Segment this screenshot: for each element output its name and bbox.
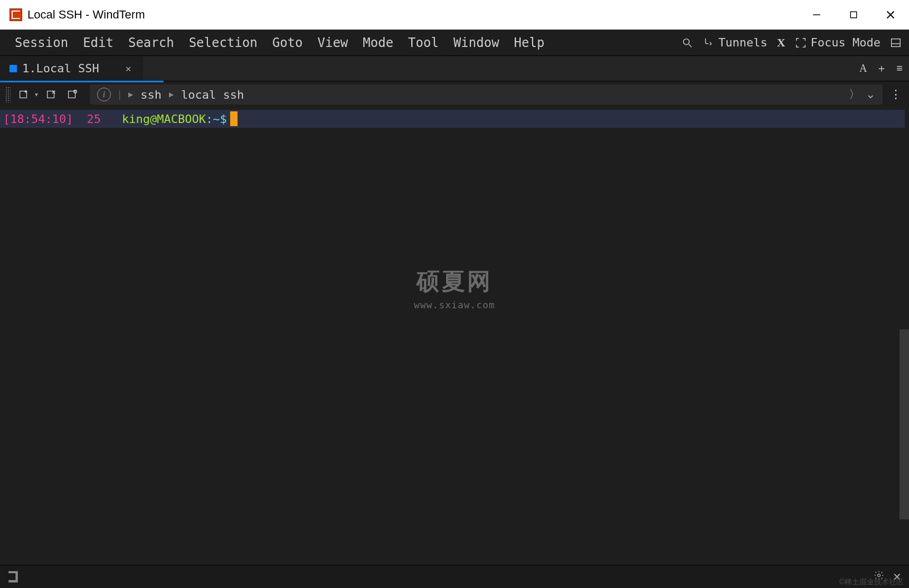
prompt-history-count: 25 xyxy=(87,112,101,126)
titlebar: Local SSH - WindTerm xyxy=(0,0,909,30)
menu-tool[interactable]: Tool xyxy=(401,31,446,54)
menu-window[interactable]: Window xyxy=(446,31,507,54)
menu-selection[interactable]: Selection xyxy=(182,31,265,54)
breadcrumb-expand-icon[interactable]: ⌄ xyxy=(866,88,875,101)
statusbar: ✕ ©稀土掘金技术社区 xyxy=(0,565,909,588)
footer-credit: ©稀土掘金技术社区 xyxy=(839,577,904,587)
svg-point-4 xyxy=(684,39,689,44)
tabbar-menu-icon[interactable]: ≡ xyxy=(896,62,903,74)
breadcrumb-arrow-icon: ▶ xyxy=(128,91,133,98)
svg-rect-1 xyxy=(850,12,856,17)
tab-status-icon xyxy=(10,65,17,72)
window-controls xyxy=(798,0,909,30)
tab-local-ssh[interactable]: 1.Local SSH ✕ xyxy=(0,56,143,81)
menu-goto[interactable]: Goto xyxy=(265,31,310,54)
app-icon xyxy=(10,8,22,21)
status-left xyxy=(7,571,19,583)
breadcrumb-separator: | xyxy=(118,89,121,101)
focus-mode-button[interactable]: Focus Mode xyxy=(795,36,880,49)
menu-view[interactable]: View xyxy=(310,31,356,54)
terminal-cursor xyxy=(230,111,238,126)
tab-group: 1.Local SSH ✕ xyxy=(0,56,143,81)
info-icon[interactable]: i xyxy=(97,88,111,101)
prompt-user-host: king@MACBOOK xyxy=(122,112,206,126)
breadcrumb-seg-ssh[interactable]: ssh xyxy=(140,88,162,101)
menu-mode[interactable]: Mode xyxy=(355,31,401,54)
new-session-button[interactable] xyxy=(16,87,32,102)
scrollbar[interactable] xyxy=(899,329,909,519)
breadcrumb-next-icon[interactable]: 〉 xyxy=(849,87,860,102)
prompt-timestamp: [18:54:10] xyxy=(3,112,73,126)
close-session-button[interactable] xyxy=(43,87,59,102)
watermark: 硕夏网 www.sxiaw.com xyxy=(414,266,495,310)
tab-label: 1.Local SSH xyxy=(22,62,99,75)
terminal-prompt-line: [18:54:10] 25 king@MACBOOK:~$ xyxy=(0,110,905,128)
prompt-path: ~ xyxy=(213,112,220,126)
watermark-url: www.sxiaw.com xyxy=(414,299,495,310)
session-status-button[interactable] xyxy=(64,87,80,102)
breadcrumb-seg-local[interactable]: local ssh xyxy=(181,88,244,101)
breadcrumb-arrow-icon: ▶ xyxy=(169,91,174,98)
add-tab-button[interactable]: ＋ xyxy=(876,61,887,75)
tunnels-label: Tunnels xyxy=(718,36,768,49)
svg-point-16 xyxy=(878,574,880,577)
tab-close-icon[interactable]: ✕ xyxy=(124,61,134,76)
menu-session[interactable]: Session xyxy=(7,31,75,54)
more-vertical-icon[interactable]: ⋮ xyxy=(888,87,904,102)
font-button[interactable]: A xyxy=(859,62,867,74)
tabbar-right: A ＋ ≡ xyxy=(859,61,903,75)
status-app-icon[interactable] xyxy=(7,571,19,583)
tabbar: 1.Local SSH ✕ A ＋ ≡ xyxy=(0,56,909,81)
menubar: Session Edit Search Selection Goto View … xyxy=(0,30,909,56)
menu-edit[interactable]: Edit xyxy=(75,31,121,54)
minimize-button[interactable] xyxy=(798,0,835,30)
window-title: Local SSH - WindTerm xyxy=(27,8,145,22)
tab-active-indicator xyxy=(0,81,164,82)
menu-search[interactable]: Search xyxy=(121,31,182,54)
panel-toggle-icon[interactable] xyxy=(890,37,902,49)
terminal-pane[interactable]: [18:54:10] 25 king@MACBOOK:~$ 硕夏网 www.sx… xyxy=(0,108,909,565)
svg-line-5 xyxy=(689,44,692,47)
drag-grip-icon[interactable] xyxy=(5,87,11,102)
prompt-symbol: $ xyxy=(220,112,226,126)
breadcrumb-bar[interactable]: i | ▶ ssh ▶ local ssh 〉 ⌄ xyxy=(90,84,883,105)
watermark-title: 硕夏网 xyxy=(414,266,495,297)
search-icon[interactable] xyxy=(681,37,693,49)
clear-x-button[interactable]: X xyxy=(777,36,785,50)
prompt-colon: : xyxy=(206,112,213,126)
menu-right: Tunnels X Focus Mode xyxy=(681,36,902,50)
menu-left: Session Edit Search Selection Goto View … xyxy=(7,31,552,54)
menu-help[interactable]: Help xyxy=(507,31,552,54)
svg-rect-6 xyxy=(892,39,901,46)
close-button[interactable] xyxy=(872,0,909,30)
dropdown-caret-icon[interactable]: ▾ xyxy=(35,91,38,98)
toolbar: ▾ i | ▶ ssh ▶ local ssh 〉 ⌄ ⋮ xyxy=(0,81,909,108)
maximize-button[interactable] xyxy=(835,0,872,30)
titlebar-left: Local SSH - WindTerm xyxy=(10,8,145,22)
tunnels-button[interactable]: Tunnels xyxy=(703,36,768,49)
focus-mode-label: Focus Mode xyxy=(811,36,880,49)
